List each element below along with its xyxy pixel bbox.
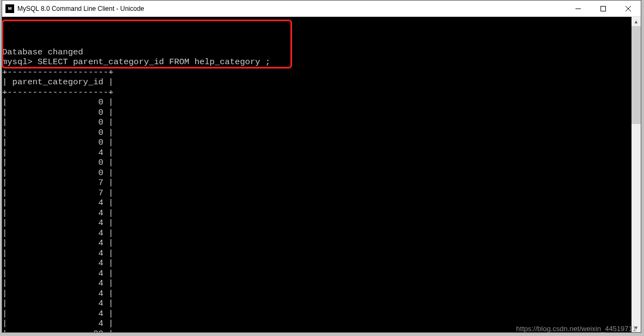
mysql-window: M MySQL 8.0 Command Line Client - Unicod… — [2, 0, 641, 333]
terminal-line: | 7 | — [2, 178, 631, 188]
scrollbar[interactable]: ▲ ▼ — [631, 17, 641, 332]
window-controls — [566, 1, 641, 16]
terminal-line: | 0 | — [2, 117, 631, 128]
minimize-button[interactable] — [566, 1, 591, 16]
terminal-line: | 0 | — [2, 168, 631, 178]
close-button[interactable] — [616, 1, 641, 16]
titlebar: M MySQL 8.0 Command Line Client - Unicod… — [2, 1, 641, 17]
app-icon: M — [5, 4, 14, 13]
terminal-line: Database changed — [2, 47, 631, 58]
terminal-line: | 0 | — [2, 97, 631, 108]
terminal-line: | 4 | — [2, 238, 631, 248]
maximize-button[interactable] — [591, 1, 616, 16]
svg-rect-1 — [601, 6, 606, 11]
terminal-line: | 7 | — [2, 188, 631, 198]
terminal-line: | 4 | — [2, 228, 631, 239]
terminal-line: | 4 | — [2, 148, 631, 158]
terminal-line: | 4 | — [2, 289, 631, 299]
terminal-line: | 0 | — [2, 158, 631, 168]
terminal-line: +--------------------+ — [2, 67, 631, 78]
terminal-line: | 4 | — [2, 208, 631, 219]
terminal-line: | 0 | — [2, 138, 631, 148]
watermark: https://blog.csdn.net/weixin_44519711 — [516, 325, 636, 333]
scroll-track[interactable] — [631, 26, 641, 323]
terminal-line: | 4 | — [2, 309, 631, 319]
terminal[interactable]: Database changedmysql> SELECT parent_cat… — [2, 17, 631, 332]
terminal-line: | 4 | — [2, 298, 631, 309]
terminal-line: | 0 | — [2, 108, 631, 118]
scroll-thumb[interactable] — [631, 26, 641, 124]
terminal-line: | 4 | — [2, 269, 631, 279]
terminal-line: | 0 | — [2, 128, 631, 138]
terminal-line: | 4 | — [2, 278, 631, 289]
scroll-up-button[interactable]: ▲ — [631, 17, 641, 26]
terminal-line: | 4 | — [2, 198, 631, 208]
terminal-line: mysql> SELECT parent_category_id FROM he… — [2, 57, 631, 67]
terminal-line: | parent_category_id | — [2, 77, 631, 88]
terminal-line: | 4 | — [2, 248, 631, 259]
terminal-line: | 4 | — [2, 258, 631, 269]
terminal-container: Database changedmysql> SELECT parent_cat… — [2, 17, 641, 332]
terminal-line: +--------------------+ — [2, 88, 631, 98]
terminal-line: | 4 | — [2, 218, 631, 228]
window-title: MySQL 8.0 Command Line Client - Unicode — [17, 5, 566, 13]
